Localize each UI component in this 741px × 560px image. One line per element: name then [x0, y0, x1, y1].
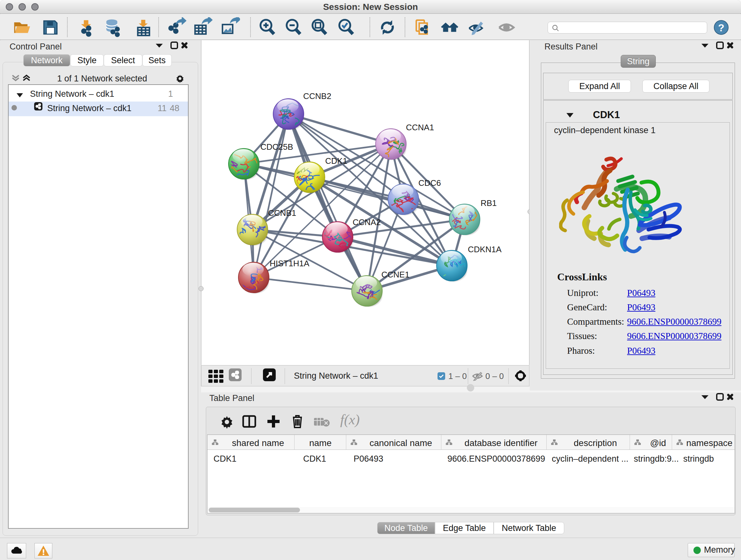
svg-text:CDC6: CDC6: [418, 178, 441, 188]
svg-text:CDK1: CDK1: [325, 156, 347, 166]
svg-text:CDC25B: CDC25B: [260, 142, 293, 152]
svg-text:CCNA1: CCNA1: [406, 123, 434, 132]
svg-text:CCNB2: CCNB2: [303, 91, 331, 101]
svg-text:CCNE1: CCNE1: [381, 270, 409, 279]
svg-text:HIST1H1A: HIST1H1A: [270, 259, 310, 268]
svg-text:CCNB1: CCNB1: [268, 208, 296, 218]
svg-text:CDKN1A: CDKN1A: [468, 245, 502, 254]
svg-text:RB1: RB1: [481, 198, 497, 208]
svg-text:CCNA2: CCNA2: [353, 217, 381, 227]
